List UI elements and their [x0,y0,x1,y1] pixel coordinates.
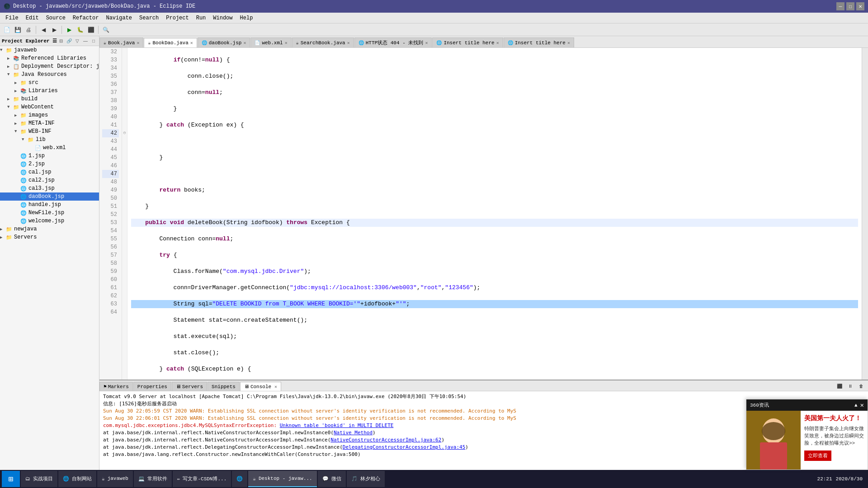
tab-close-web-xml[interactable]: ✕ [285,40,288,46]
new-button[interactable]: 📄 [2,25,12,35]
code-content[interactable]: if(conn!=null) { conn.close(); conn=null… [127,48,862,380]
tree-item-1jsp[interactable]: ▶ 🌐 1.jsp [0,152,99,160]
tree-item-caljsp[interactable]: ▶ 🌐 cal.jsp [0,168,99,176]
error-link[interactable]: Unknown table 'bookid' in MULTI DELETE [280,422,394,428]
console-clear-button[interactable]: 🗑 [856,381,866,391]
tree-item-2jsp[interactable]: ▶ 🌐 2.jsp [0,160,99,168]
view-menu-button[interactable]: ▽ [74,38,81,45]
taskbar-item-project[interactable]: 🗂 实战项目 [21,471,57,487]
tab-web-xml[interactable]: 📄 web.xml ✕ [250,38,291,47]
tab-close-insert-2[interactable]: ✕ [567,40,570,46]
bottom-tab-markers[interactable]: ⚑ Markers [99,382,133,391]
tree-item-web-inf[interactable]: ▼ 📁 WEB-INF [0,127,99,136]
website-taskbar-icon: 🌐 [63,476,69,482]
forward-button[interactable]: ▶ [49,25,59,35]
link-editor-button[interactable]: 🔗 [66,38,73,45]
taskbar-item-eclipse[interactable]: ☕ Desktop - javaw... [248,471,316,487]
bottom-tab-console[interactable]: 🖥 Console ✕ [240,382,281,391]
tree-item-servers[interactable]: ▶ 📁 Servers [0,233,99,241]
stack1-link[interactable]: Native Method [334,430,373,436]
tree-item-deployment-descriptor[interactable]: ▶ 📋 Deployment Descriptor: javaw... [0,62,99,70]
menu-run[interactable]: Run [193,14,210,22]
stop-button[interactable]: ⬛ [86,25,96,35]
bottom-tab-properties[interactable]: Properties [133,382,171,391]
taskbar-item-software[interactable]: 💻 常用软件 [134,471,172,487]
tree-item-welcomejsp[interactable]: ▶ 🌐 welcome.jsp [0,217,99,225]
menu-navigate[interactable]: Navigate [102,14,136,22]
tree-item-lib[interactable]: ▼ 📁 lib [0,136,99,144]
taskbar-item-wechat[interactable]: 💬 微信 [318,471,346,487]
run-button[interactable]: ▶ [64,25,74,35]
menu-help[interactable]: Help [236,14,257,22]
tree-item-build[interactable]: ▶ 📁 build [0,95,99,103]
search-toolbar-button[interactable]: 🔍 [101,25,111,35]
tab-close-daobook-jsp[interactable]: ✕ [243,40,246,46]
tree-item-webcontent[interactable]: ▼ 📁 WebContent [0,103,99,111]
stack3-link[interactable]: DelegatingConstructorAccessorImpl.java:4… [343,444,466,450]
menu-file[interactable]: File [2,14,22,22]
menu-refactor[interactable]: Refactor [69,14,103,22]
tab-close-book-java[interactable]: ✕ [137,40,139,46]
tab-daobook-jsp[interactable]: 🌐 daoBook.jsp ✕ [198,38,250,47]
tree-item-java-resources[interactable]: ▼ 📁 Java Resources [0,70,99,79]
tree-item-newfilejsp[interactable]: ▶ 🌐 NewFile.jsp [0,209,99,217]
tree-item-images[interactable]: ▶ 📁 images [0,111,99,119]
collapse-all-button[interactable]: ⊟ [57,38,65,45]
tab-insert-title-2[interactable]: 🌐 Insert title here ✕ [504,38,574,47]
line-63: 63 [102,300,119,308]
tree-item-src[interactable]: ▶ 📁 src [0,79,99,87]
ad-close-button[interactable]: ✕ [860,401,864,409]
bottom-tab-servers[interactable]: 🖥 Servers [172,382,207,391]
debug-button[interactable]: 🐛 [75,25,85,35]
maximize-button[interactable]: □ [846,2,854,10]
jsp-icon-newfile: 🌐 [20,209,27,216]
maximize-panel-button[interactable]: □ [90,38,97,45]
tree-item-daobookjsp[interactable]: ▶ 🌐 daoBook.jsp [0,192,99,201]
tab-http-404[interactable]: 🌐 HTTP状态 404 - 未找到 ✕ [354,38,432,47]
code-editor[interactable]: 32 33 34 35 36 37 38 39 40 41 42 43 [99,48,862,380]
tab-insert-title-1[interactable]: 🌐 Insert title here ✕ [432,38,503,47]
stack2-link[interactable]: NativeConstructorAccessorImpl.java:62 [330,437,441,443]
tree-item-libraries[interactable]: ▶ 📚 Libraries [0,87,99,95]
tab-close-bookdao-java[interactable]: ✕ [190,40,193,46]
menu-search[interactable]: Search [136,14,162,22]
print-button[interactable]: 🖨 [24,25,33,35]
taskbar-item-browser[interactable]: 🌐 [232,471,247,487]
menu-source[interactable]: Source [42,14,69,22]
tree-item-javaweb[interactable]: ▼ 📁 javaweb [0,46,99,54]
tree-item-meta-inf[interactable]: ▶ 📁 META-INF [0,119,99,127]
tab-searchbook-java[interactable]: ☕ SearchBook.java ✕ [292,38,354,47]
ad-image-svg [746,411,801,469]
tab-bookdao-java[interactable]: ☕ BookDao.java ✕ [144,38,197,48]
tab-book-java[interactable]: ☕ Book.java ✕ [99,38,143,47]
back-button[interactable]: ◀ [38,25,48,35]
console-close-icon[interactable]: ✕ [274,384,277,389]
close-button[interactable]: ✕ [856,2,864,10]
tab-close-http-404[interactable]: ✕ [425,40,428,46]
taskbar-item-music[interactable]: 🎵 林夕相心 [347,471,385,487]
menu-project[interactable]: Project [162,14,192,22]
start-button[interactable]: ⊞ [2,471,20,487]
ad-action-button[interactable]: 立即查看 [804,450,831,461]
tree-item-referenced-libraries[interactable]: ▶ 📚 Referenced Libraries [0,54,99,62]
console-stop-button[interactable]: ⬛ [835,381,844,391]
tab-close-insert-1[interactable]: ✕ [496,40,499,46]
minimize-panel-button[interactable]: — [82,38,89,45]
taskbar-item-javaweb[interactable]: ☕ javaweb [97,471,133,487]
taskbar-item-csdn[interactable]: ✏ 写文章-CSDN博... [173,471,231,487]
bottom-tab-snippets[interactable]: Snippets [208,382,240,391]
tree-item-newjava[interactable]: ▶ 📁 newjava [0,225,99,233]
console-pause-button[interactable]: ⏸ [845,381,855,391]
minimize-button[interactable]: ─ [836,2,844,10]
save-button[interactable]: 💾 [13,25,23,35]
menu-window[interactable]: Window [209,14,236,22]
tree-item-handlejsp[interactable]: ▶ 🌐 handle.jsp [0,201,99,209]
tab-close-searchbook-java[interactable]: ✕ [347,40,350,46]
menu-edit[interactable]: Edit [22,14,42,22]
tree-item-cal3jsp[interactable]: ▶ 🌐 cal3.jsp [0,184,99,192]
jsp-icon-cal: 🌐 [20,169,27,176]
code-area[interactable]: 32 33 34 35 36 37 38 39 40 41 42 43 [99,48,862,380]
taskbar-item-website[interactable]: 🌐 自制网站 [58,471,96,487]
tree-item-web-xml[interactable]: ▶ 📄 web.xml [0,144,99,152]
tree-item-cal2jsp[interactable]: ▶ 🌐 cal2.jsp [0,176,99,184]
